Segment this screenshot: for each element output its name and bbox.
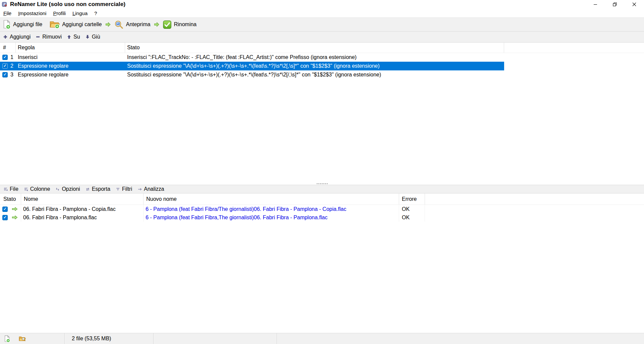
restore-icon bbox=[613, 2, 617, 6]
files-menu-analizza-label: Analizza bbox=[144, 186, 164, 192]
rule-up-label: Su bbox=[73, 34, 80, 40]
window-controls bbox=[586, 0, 644, 9]
add-file-small-icon[interactable] bbox=[4, 335, 10, 342]
rename-button[interactable]: Rinomina bbox=[161, 19, 199, 30]
export-menu-icon bbox=[86, 187, 90, 191]
files-menu-file-label: File bbox=[10, 186, 18, 192]
rule-up-button[interactable]: Su bbox=[64, 33, 83, 41]
close-button[interactable] bbox=[625, 0, 644, 9]
options-menu-icon bbox=[55, 187, 60, 191]
add-folder-icon bbox=[50, 20, 60, 29]
rule-checkbox[interactable] bbox=[2, 63, 8, 69]
file-row[interactable]: 06. Fabri Fibra - Pamplona.flac 6 - Pamp… bbox=[0, 213, 644, 222]
files-header-filler bbox=[425, 193, 644, 205]
statusbar-separator bbox=[277, 333, 277, 344]
minus-icon bbox=[36, 35, 40, 39]
add-files-button[interactable]: Aggiungi file bbox=[1, 18, 44, 31]
files-menu-opzioni-button[interactable]: Opzioni bbox=[53, 185, 83, 193]
rule-number: 1 bbox=[10, 54, 13, 60]
files-menu-colonne-button[interactable]: Colonne bbox=[21, 185, 53, 193]
rules-col-num[interactable]: # bbox=[0, 43, 16, 53]
statusbar-summary-pane: 2 file (53,55 MB) bbox=[65, 333, 153, 344]
file-error: OK bbox=[399, 205, 425, 213]
filter-menu-icon bbox=[116, 187, 120, 191]
rule-add-label: Aggiungi bbox=[10, 34, 31, 40]
menu-profili[interactable]: Profili bbox=[50, 9, 69, 17]
rename-check-icon bbox=[163, 20, 171, 29]
files-menu-esporta-button[interactable]: Esporta bbox=[83, 185, 113, 193]
search-folder-icon[interactable] bbox=[19, 336, 26, 342]
file-checkbox[interactable] bbox=[2, 215, 8, 220]
rules-col-status[interactable]: Stato bbox=[125, 43, 504, 53]
restore-button[interactable] bbox=[605, 0, 625, 9]
rename-status-arrow-icon bbox=[12, 215, 18, 220]
arrow-up-icon bbox=[67, 35, 71, 39]
menu-help[interactable]: ? bbox=[91, 9, 100, 17]
titlebar: ReNamer Lite (solo uso non commerciale) bbox=[0, 0, 644, 9]
rule-row[interactable]: 3 Espressione regolare Sostituisci espre… bbox=[0, 70, 504, 79]
rule-name: Inserisci bbox=[16, 54, 125, 60]
add-folders-button[interactable]: Aggiungi cartelle bbox=[48, 19, 104, 30]
file-name: 06. Fabri Fibra - Pamplona.flac bbox=[21, 213, 144, 222]
rules-panel: # Regola Stato 1 Inserisci Inserisci ":F… bbox=[0, 43, 644, 183]
files-col-errore[interactable]: Errore bbox=[399, 193, 425, 205]
rename-label: Rinomina bbox=[174, 21, 197, 27]
rule-add-button[interactable]: Aggiungi bbox=[1, 33, 33, 41]
splitter-grip-icon bbox=[316, 183, 328, 184]
rule-down-label: Giù bbox=[92, 34, 100, 40]
rule-remove-label: Rimuovi bbox=[42, 34, 62, 40]
flow-arrow-icon bbox=[154, 21, 160, 27]
preview-button[interactable]: Anteprima bbox=[112, 19, 152, 31]
row-filler bbox=[425, 205, 644, 213]
flow-arrow-icon bbox=[105, 21, 111, 27]
statusbar-empty-pane bbox=[154, 333, 277, 344]
add-file-icon bbox=[3, 20, 11, 29]
file-count-summary: 2 file (53,55 MB) bbox=[72, 336, 111, 342]
rule-status: Inserisci ":FLAC_TrackNo: - :FLAC_Title:… bbox=[125, 54, 504, 60]
rules-col-rule[interactable]: Regola bbox=[16, 43, 125, 53]
files-col-nome[interactable]: Nome bbox=[21, 193, 144, 205]
menu-lingua[interactable]: Lingua bbox=[69, 9, 91, 17]
rules-header-filler bbox=[504, 43, 644, 53]
rule-name: Espressione regolare bbox=[16, 63, 125, 69]
files-menu-analizza-button[interactable]: Analizza bbox=[135, 185, 167, 193]
menu-impostazioni[interactable]: Impostazioni bbox=[15, 9, 50, 17]
rule-number: 3 bbox=[10, 72, 13, 78]
window-title: ReNamer Lite (solo uso non commerciale) bbox=[10, 1, 125, 8]
rules-table-header: # Regola Stato bbox=[0, 43, 644, 53]
menubar: File Impostazioni Profili Lingua ? bbox=[0, 9, 644, 17]
files-col-nuovo-nome[interactable]: Nuovo nome bbox=[144, 193, 399, 205]
close-icon bbox=[632, 2, 636, 6]
rule-row-selected[interactable]: 2 Espressione regolare Sostituisci espre… bbox=[0, 62, 504, 70]
analyze-menu-icon bbox=[138, 187, 142, 191]
file-checkbox[interactable] bbox=[2, 207, 8, 212]
rule-row[interactable]: 1 Inserisci Inserisci ":FLAC_TrackNo: - … bbox=[0, 53, 504, 62]
file-menu-icon bbox=[3, 187, 8, 191]
rule-remove-button[interactable]: Rimuovi bbox=[33, 33, 64, 41]
rule-checkbox[interactable] bbox=[2, 55, 8, 60]
main-toolbar: Aggiungi file Aggiungi cartelle Anteprim bbox=[0, 17, 644, 31]
rule-checkbox[interactable] bbox=[2, 72, 8, 77]
files-menu-filtri-button[interactable]: Filtri bbox=[113, 185, 135, 193]
rule-status: Sostituisci espressione "\A(\d+\s+-\s+)(… bbox=[125, 72, 504, 78]
arrow-down-icon bbox=[86, 35, 90, 39]
rule-number: 2 bbox=[10, 63, 13, 69]
file-name: 06. Fabri Fibra - Pamplona - Copia.flac bbox=[21, 205, 144, 213]
minimize-button[interactable] bbox=[586, 0, 605, 9]
menu-file[interactable]: File bbox=[0, 9, 15, 17]
file-error: OK bbox=[399, 213, 425, 222]
files-menu-filtri-label: Filtri bbox=[122, 186, 132, 192]
preview-label: Anteprima bbox=[126, 21, 150, 27]
add-folders-label: Aggiungi cartelle bbox=[62, 21, 102, 27]
files-panel: Stato Nome Nuovo nome Errore 06. Fabri F… bbox=[0, 193, 644, 333]
rule-down-button[interactable]: Giù bbox=[83, 33, 103, 41]
files-toolbar: File Colonne Opzioni Esporta Filtri Anal… bbox=[0, 185, 644, 193]
files-menu-file-button[interactable]: File bbox=[1, 185, 21, 193]
files-menu-colonne-label: Colonne bbox=[30, 186, 50, 192]
files-col-stato[interactable]: Stato bbox=[0, 193, 21, 205]
rule-name: Espressione regolare bbox=[16, 72, 125, 78]
file-new-name: 6 - Pamplona (feat Fabri Fibra,The giorn… bbox=[144, 213, 399, 222]
file-row[interactable]: 06. Fabri Fibra - Pamplona - Copia.flac … bbox=[0, 205, 644, 213]
preview-magnifier-icon bbox=[114, 20, 123, 29]
files-menu-esporta-label: Esporta bbox=[92, 186, 110, 192]
